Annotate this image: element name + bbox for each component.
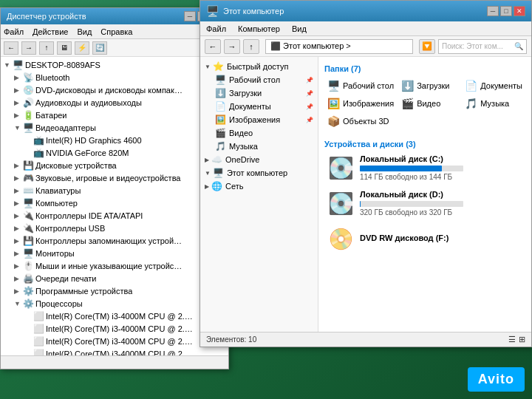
tree-item[interactable]: ▶ 🖥️ Компьютер <box>1 197 228 209</box>
address-bar[interactable]: ⬛ Этот компьютер > <box>265 39 413 54</box>
tree-item[interactable]: ⬜ Intel(R) Core(TM) i3-4000M CPU @ 2.40G… <box>1 335 228 347</box>
menu-help[interactable]: Справка <box>100 27 132 36</box>
folder-item[interactable]: 🖼️ Изображения <box>324 95 397 112</box>
tree-item[interactable]: ▶ 🔊 Аудиовходы и аудиовыходы <box>1 96 228 109</box>
tree-item[interactable]: ▶ 💿 DVD-дисководы и дисководы компакт-ди… <box>1 83 228 96</box>
tree-label: Дисковые устройства <box>35 161 117 170</box>
nav-label: Быстрый доступ <box>227 62 289 71</box>
tree-arrow: ▶ <box>14 162 23 169</box>
tree-item[interactable]: 📺 Intel(R) HD Graphics 4600 <box>1 134 228 146</box>
menu-computer[interactable]: Компьютер <box>238 24 280 33</box>
folder-item[interactable]: 🎬 Видео <box>398 95 460 112</box>
drive-item[interactable]: 📀 DVD RW дисковод (F:) <box>324 224 525 253</box>
tree-item[interactable]: ⬜ Intel(R) Core(TM) i3-4000M CPU @ 2.40G… <box>1 322 228 335</box>
folder-item[interactable]: 📄 Документы <box>462 78 525 94</box>
menu-file[interactable]: Файл <box>4 27 24 36</box>
tree-icon: 🖨️ <box>23 273 33 284</box>
search-icon: 🔍 <box>514 42 523 50</box>
tree-label: DVD-дисководы и дисководы компакт-дисков <box>35 86 183 95</box>
toolbar-btn-5[interactable]: ⚡ <box>75 41 89 55</box>
tree-item[interactable]: ▶ 💾 Дисковые устройства <box>1 159 228 171</box>
drive-icon: 💽 <box>327 190 354 216</box>
minimize-button[interactable]: ─ <box>184 11 196 21</box>
nav-item-6[interactable]: 🎵 Музыка <box>200 140 318 153</box>
tree-icon: 🖥️ <box>23 198 33 208</box>
tree-label: Очереди печати <box>35 274 97 283</box>
tree-item[interactable]: ⬜ Intel(R) Core(TM) i3-4000M CPU @ 2.40G… <box>1 310 228 322</box>
menu-file-explorer[interactable]: Файл <box>206 24 226 33</box>
tree-icon: 💾 <box>23 236 33 246</box>
tree-arrow: ▶ <box>14 187 23 194</box>
tree-item[interactable]: ⬜ Intel(R) Core(TM) i3-4000M CPU @ 2.40G… <box>1 347 228 355</box>
tree-item[interactable]: ▶ 🖱️ Мыши и иные указывающие устройства <box>1 259 228 272</box>
nav-item-3[interactable]: 📄 Документы 📌 <box>200 100 318 113</box>
folder-icon: ⬇️ <box>401 80 414 92</box>
nav-label: Сеть <box>225 182 243 191</box>
folder-item[interactable]: ⬇️ Загрузки <box>398 78 460 94</box>
explorer-maximize-button[interactable]: □ <box>500 6 512 16</box>
toolbar-btn-4[interactable]: 🖥 <box>57 41 72 55</box>
nav-item-2[interactable]: ⬇️ Загрузки 📌 <box>200 86 318 100</box>
devmgr-tree[interactable]: ▼ 🖥️ DESKTOP-8089AFS ▶ 📡 Bluetooth ▶ 💿 D… <box>1 57 228 355</box>
tree-item[interactable]: ▶ ⚙️ Программные устройства <box>1 284 228 297</box>
tree-icon: ⚙️ <box>23 286 33 296</box>
drive-name: DVD RW дисковод (F:) <box>360 233 522 242</box>
menu-action[interactable]: Действие <box>33 27 68 36</box>
nav-label: Этот компьютер <box>227 168 287 177</box>
tree-item[interactable]: 📺 NVIDIA GeForce 820M <box>1 146 228 159</box>
tree-item[interactable]: ▶ 🖥️ Мониторы <box>1 247 228 259</box>
folder-item[interactable]: 📦 Объекты 3D <box>324 113 397 129</box>
device-manager-window: Диспетчер устройств ─ □ ✕ Файл Действие … <box>0 7 229 369</box>
toolbar-btn-2[interactable]: → <box>21 41 36 55</box>
tree-item[interactable]: ▼ ⚙️ Процессоры <box>1 297 228 310</box>
tree-icon: ⬜ <box>33 324 44 334</box>
nav-section-0[interactable]: ▼ ⭐ Быстрый доступ <box>200 60 318 73</box>
drives-header: Устройства и диски (3) <box>324 138 525 150</box>
nav-section-7[interactable]: ▶ ☁️ OneDrive <box>200 153 318 166</box>
tree-label: Intel(R) HD Graphics 4600 <box>46 136 142 145</box>
pin-icon: 📌 <box>306 117 313 123</box>
folder-item[interactable]: 🎵 Музыка <box>462 95 525 112</box>
nav-item-5[interactable]: 🎬 Видео <box>200 126 318 140</box>
drive-item[interactable]: 💽 Локальный диск (D:) 320 ГБ свободно из… <box>324 188 525 218</box>
tree-label: Компьютер <box>35 199 78 208</box>
nav-section-8[interactable]: ▼ 🖥️ Этот компьютер <box>200 166 318 180</box>
toolbar-btn-1[interactable]: ← <box>4 41 18 55</box>
tree-item[interactable]: ▶ 🎮 Звуковые, игровые и видеоустройства <box>1 171 228 184</box>
tree-arrow: ▶ <box>14 287 23 295</box>
menu-view[interactable]: Вид <box>77 27 92 36</box>
toolbar-btn-6[interactable]: 🔄 <box>92 41 107 55</box>
nav-item-4[interactable]: 🖼️ Изображения 📌 <box>200 113 318 126</box>
back-button[interactable]: ← <box>205 39 221 54</box>
drive-bar-fill <box>360 201 361 207</box>
tree-item[interactable]: ▶ 📡 Bluetooth <box>1 71 228 83</box>
tree-item[interactable]: ▶ 🔌 Контроллеры USB <box>1 222 228 234</box>
explorer-toolbar: ← → ↑ ⬛ Этот компьютер > 🔽 Поиск: Этот к… <box>200 36 531 57</box>
nav-section-9[interactable]: ▶ 🌐 Сеть <box>200 180 318 193</box>
tree-item[interactable]: ▶ ⌨️ Клавиатуры <box>1 184 228 197</box>
explorer-main: Папки (7) 🖥️ Рабочий стол ⬇️ Загрузки 📄 … <box>318 57 531 332</box>
refresh-button[interactable]: 🔽 <box>419 39 435 54</box>
nav-item-1[interactable]: 🖥️ Рабочий стол 📌 <box>200 73 318 86</box>
toolbar-btn-3[interactable]: ↑ <box>39 41 54 55</box>
explorer-controls: ─ □ ✕ <box>487 6 525 16</box>
drive-item[interactable]: 💽 Локальный диск (C:) 114 ГБ свободно из… <box>324 153 525 183</box>
tree-item[interactable]: ▶ 🔋 Батареи <box>1 109 228 121</box>
view-grid-icon[interactable]: ⊞ <box>519 335 525 344</box>
tree-item[interactable]: ▼ 🖥️ Видеоадаптеры <box>1 121 228 134</box>
folder-item[interactable]: 🖥️ Рабочий стол <box>324 78 397 94</box>
forward-button[interactable]: → <box>224 39 240 54</box>
tree-item[interactable]: ▶ 🔌 Контроллеры IDE ATA/ATAPI <box>1 209 228 222</box>
tree-item[interactable]: ▼ 🖥️ DESKTOP-8089AFS <box>1 58 228 71</box>
explorer-minimize-button[interactable]: ─ <box>487 6 499 16</box>
folder-name: Музыка <box>480 99 509 108</box>
up-button[interactable]: ↑ <box>243 39 259 54</box>
tree-item[interactable]: ▶ 💾 Контроллеры запоминающих устройств <box>1 234 228 247</box>
search-box[interactable]: Поиск: Этот ком... 🔍 <box>438 39 527 54</box>
explorer-close-button[interactable]: ✕ <box>514 6 525 16</box>
menu-view-explorer[interactable]: Вид <box>292 24 307 33</box>
nav-icon: 🖼️ <box>215 115 226 125</box>
tree-item[interactable]: ▶ 🖨️ Очереди печати <box>1 272 228 284</box>
view-list-icon[interactable]: ☰ <box>508 335 516 344</box>
tree-arrow: ▶ <box>14 212 23 219</box>
